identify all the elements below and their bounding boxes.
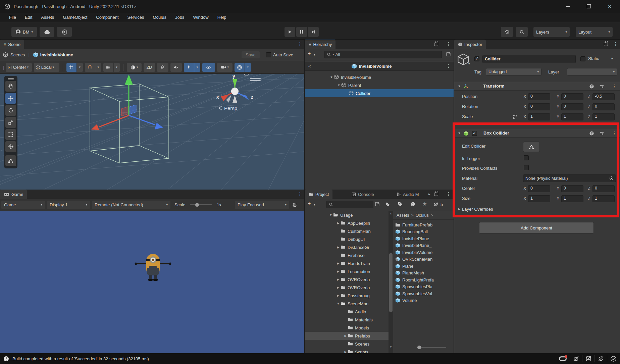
menu-window[interactable]: Window bbox=[189, 13, 213, 21]
component-kebab-icon[interactable]: ⋮ bbox=[612, 84, 617, 89]
plastic-scm-button[interactable] bbox=[57, 27, 72, 37]
foldout-icon[interactable]: ▼ bbox=[457, 85, 462, 88]
display-dropdown[interactable]: Display 1▾ bbox=[47, 201, 90, 209]
asset-item-bouncingball[interactable]: BouncingBall bbox=[393, 228, 454, 236]
hierarchy-item-collider[interactable]: Collider bbox=[305, 89, 454, 97]
hierarchy-item-parent[interactable]: ▼Parent bbox=[305, 81, 454, 89]
oculus-status-icon[interactable] bbox=[559, 356, 567, 361]
cache-server-disabled-icon[interactable] bbox=[585, 356, 591, 362]
scene-visibility-toggle[interactable] bbox=[202, 63, 215, 72]
project-folder-locomotion[interactable]: ▶Locomotion bbox=[305, 267, 389, 275]
expand-window-icon[interactable] bbox=[375, 202, 380, 207]
position-row-y-field[interactable]: 0 bbox=[561, 93, 583, 100]
project-folder-distancegr[interactable]: ▶DistanceGr bbox=[305, 243, 389, 251]
size-row-y-field[interactable]: 1 bbox=[561, 195, 583, 202]
menu-jobs[interactable]: Jobs bbox=[171, 13, 189, 21]
hierarchy-search-input[interactable]: ▾ All bbox=[324, 51, 442, 58]
scene-lighting-toggle[interactable] bbox=[157, 63, 168, 72]
center-row-y-field[interactable]: 0 bbox=[561, 185, 583, 192]
box-collider-header[interactable]: ▼ Box Collider ⋮ bbox=[454, 129, 620, 138]
name-field[interactable]: Collider bbox=[482, 55, 576, 63]
draw-mode-dropdown[interactable]: ▾ bbox=[127, 63, 142, 72]
project-folder-prefabs[interactable]: ▶Prefabs bbox=[305, 332, 389, 340]
foldout-icon[interactable]: ▶ bbox=[336, 262, 341, 265]
foldout-icon[interactable]: ▼ bbox=[457, 132, 462, 135]
rotation-row-y-field[interactable]: 0 bbox=[561, 103, 583, 110]
scale-row-z-field[interactable]: 1 bbox=[592, 113, 615, 120]
account-dropdown[interactable]: BM ▾ bbox=[11, 27, 37, 37]
inspector-menu-kebab-icon[interactable]: ⋮ bbox=[613, 41, 618, 47]
transform-header[interactable]: ▼ Transform ⋮ bbox=[454, 82, 620, 91]
save-button[interactable]: Save bbox=[242, 51, 260, 58]
tab-game[interactable]: Game bbox=[0, 190, 27, 199]
scale-row-y-field[interactable]: 1 bbox=[561, 113, 583, 120]
tools-drag-handle[interactable] bbox=[8, 78, 14, 79]
asset-item-spawnablesvol[interactable]: SpawnablesVol bbox=[393, 290, 454, 297]
lock-icon[interactable] bbox=[434, 43, 438, 46]
tab-console[interactable]: Console bbox=[348, 190, 378, 199]
play-focus-dropdown[interactable]: Play Focused▾ bbox=[235, 201, 289, 209]
layer-overrides-foldout[interactable]: ▶ bbox=[457, 207, 462, 211]
hierarchy-item-invisiblevolume[interactable]: ▼InvisibleVolume bbox=[305, 73, 454, 81]
move-tool-button[interactable] bbox=[5, 93, 16, 104]
pivot-mode-dropdown[interactable]: Center▾ bbox=[6, 63, 32, 72]
progress-done-icon[interactable] bbox=[610, 356, 617, 362]
undo-history-button[interactable] bbox=[501, 27, 513, 37]
gameobject-cube-icon[interactable] bbox=[457, 53, 470, 66]
foldout-icon[interactable]: ▶ bbox=[343, 334, 348, 337]
project-folder-ovroverla[interactable]: ▶OVROverla bbox=[305, 275, 389, 283]
position-row-x-field[interactable]: 0 bbox=[528, 93, 550, 100]
search-by-label-icon[interactable] bbox=[398, 202, 403, 207]
project-folder-firebase[interactable]: Firebase bbox=[305, 251, 389, 259]
foldout-icon[interactable]: ▼ bbox=[329, 75, 334, 79]
project-folder-models[interactable]: Models bbox=[305, 324, 389, 332]
chevron-down-icon[interactable]: ▾ bbox=[314, 53, 315, 56]
status-message[interactable]: Build completed with a result of 'Succee… bbox=[12, 356, 149, 361]
camera-settings-dropdown[interactable]: ▾ bbox=[217, 63, 232, 72]
project-folder-sceneman[interactable]: ▼SceneMan bbox=[305, 300, 389, 308]
create-object-button[interactable]: + bbox=[308, 51, 311, 57]
asset-item-plane[interactable]: Plane bbox=[393, 263, 454, 270]
search-importance-icon[interactable] bbox=[410, 202, 415, 207]
project-folder-ovroverla[interactable]: ▶OVROverla bbox=[305, 283, 389, 292]
active-checkbox[interactable] bbox=[474, 56, 479, 61]
menu-edit[interactable]: Edit bbox=[20, 13, 37, 21]
edit-collider-button[interactable] bbox=[523, 142, 540, 152]
snap-increment-dropdown[interactable]: ▾ bbox=[114, 63, 120, 72]
tag-dropdown[interactable]: Untagged▾ bbox=[486, 68, 541, 75]
transform-tool-button[interactable] bbox=[5, 141, 16, 152]
search-button[interactable] bbox=[516, 27, 528, 37]
foldout-icon[interactable]: ▶ bbox=[343, 350, 348, 353]
object-picker-icon[interactable] bbox=[609, 176, 614, 180]
cloud-button[interactable] bbox=[40, 27, 54, 37]
debug-gizmos-icon[interactable] bbox=[292, 202, 298, 208]
breadcrumb-assets[interactable]: Assets bbox=[397, 213, 409, 218]
help-icon[interactable] bbox=[589, 84, 594, 89]
scale-slider[interactable] bbox=[190, 204, 212, 205]
project-folder-audio[interactable]: Audio bbox=[305, 308, 389, 316]
project-menu-kebab-icon[interactable]: ⋮ bbox=[446, 191, 451, 197]
minimize-button[interactable] bbox=[558, 0, 578, 13]
asset-item-invisibleplane_[interactable]: InvisiblePlane_ bbox=[393, 242, 454, 249]
foldout-icon[interactable]: ▶ bbox=[336, 286, 341, 289]
back-chevron-icon[interactable]: < bbox=[308, 64, 311, 69]
hidden-count-eye-icon[interactable] bbox=[433, 202, 439, 207]
auto-save-checkbox[interactable] bbox=[266, 52, 271, 57]
asset-item-roomlightprefa[interactable]: RoomLightPrefa bbox=[393, 276, 454, 283]
foldout-icon[interactable]: ▶ bbox=[336, 246, 341, 249]
foldout-icon[interactable]: ▼ bbox=[336, 302, 341, 305]
prefab-mode-header[interactable]: < InvisibleVolume ⋮ bbox=[305, 62, 454, 71]
tab-inspector[interactable]: Inspector bbox=[454, 40, 486, 49]
add-component-button[interactable]: Add Component bbox=[479, 222, 594, 233]
debugger-disabled-icon[interactable] bbox=[573, 356, 579, 362]
chevron-down-icon[interactable]: ▾ bbox=[314, 203, 315, 206]
scale-tool-button[interactable] bbox=[5, 117, 16, 128]
foldout-icon[interactable]: ▶ bbox=[336, 270, 341, 273]
asset-item-volume[interactable]: Volume bbox=[393, 297, 454, 304]
asset-zoom-slider[interactable] bbox=[417, 347, 446, 348]
center-row-z-field[interactable]: 0 bbox=[592, 185, 615, 192]
rect-tool-button[interactable] bbox=[5, 129, 16, 140]
menu-services[interactable]: Services bbox=[123, 13, 149, 21]
auto-refresh-disabled-icon[interactable] bbox=[598, 356, 604, 362]
project-folder-materials[interactable]: Materials bbox=[305, 316, 389, 324]
